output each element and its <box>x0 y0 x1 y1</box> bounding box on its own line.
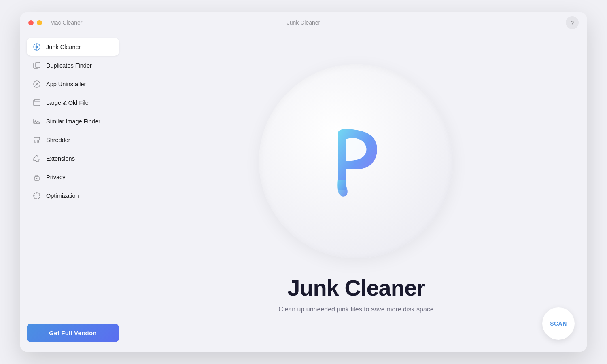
similar-image-finder-icon <box>32 117 41 126</box>
app-name: Mac Cleaner <box>50 19 82 26</box>
sidebar-label-app-uninstaller: App Uninstaller <box>46 81 86 87</box>
svg-rect-10 <box>34 119 40 124</box>
help-button[interactable]: ? <box>566 16 579 29</box>
sidebar-item-app-uninstaller[interactable]: App Uninstaller <box>27 75 119 93</box>
svg-point-9 <box>34 100 35 101</box>
privacy-icon <box>32 173 41 182</box>
sidebar-item-junk-cleaner[interactable]: Junk Cleaner <box>27 38 119 56</box>
sidebar-label-similar-image-finder: Similar Image Finder <box>46 118 100 125</box>
titlebar: Mac Cleaner Junk Cleaner ? <box>20 12 587 33</box>
scan-button[interactable]: SCAN <box>542 307 575 340</box>
main-content: Junk Cleaner Duplicates Finder <box>20 33 587 352</box>
hero-circle <box>259 64 453 258</box>
titlebar-title: Junk Cleaner <box>287 19 320 26</box>
sidebar-item-optimization[interactable]: Optimization <box>27 187 119 205</box>
extensions-icon <box>32 154 41 163</box>
svg-rect-12 <box>34 137 40 140</box>
sidebar-label-extensions: Extensions <box>46 155 75 162</box>
sidebar-label-privacy: Privacy <box>46 174 66 180</box>
sidebar: Junk Cleaner Duplicates Finder <box>20 33 125 352</box>
sidebar-item-shredder[interactable]: Shredder <box>27 131 119 149</box>
large-old-file-icon <box>32 98 41 107</box>
traffic-lights <box>28 20 42 25</box>
svg-rect-3 <box>36 62 40 68</box>
hero-subtitle: Clean up unneeded junk files to save mor… <box>278 306 433 313</box>
logo-container <box>312 117 401 206</box>
sidebar-label-large-old-file: Large & Old File <box>46 99 89 106</box>
sidebar-label-shredder: Shredder <box>46 137 70 143</box>
sidebar-item-privacy[interactable]: Privacy <box>27 168 119 186</box>
sidebar-item-similar-image-finder[interactable]: Similar Image Finder <box>27 112 119 130</box>
sidebar-item-large-old-file[interactable]: Large & Old File <box>27 94 119 112</box>
shredder-icon <box>32 135 41 144</box>
minimize-button[interactable] <box>37 20 42 25</box>
sidebar-label-optimization: Optimization <box>46 193 79 199</box>
junk-cleaner-icon <box>32 42 41 51</box>
duplicates-finder-icon <box>32 61 41 70</box>
sidebar-label-junk-cleaner: Junk Cleaner <box>46 44 81 50</box>
optimization-icon <box>32 191 41 200</box>
svg-point-14 <box>36 178 37 179</box>
sidebar-label-duplicates-finder: Duplicates Finder <box>46 62 92 69</box>
app-window: Mac Cleaner Junk Cleaner ? Junk Cleaner <box>20 12 587 352</box>
get-full-version-button[interactable]: Get Full Version <box>27 324 119 342</box>
content-area: Junk Cleaner Clean up unneeded junk file… <box>125 33 587 352</box>
hero-title: Junk Cleaner <box>287 275 425 301</box>
app-logo <box>316 117 397 206</box>
sidebar-item-duplicates-finder[interactable]: Duplicates Finder <box>27 57 119 74</box>
sidebar-bottom: Get Full Version <box>27 324 119 347</box>
app-uninstaller-icon <box>32 80 41 89</box>
close-button[interactable] <box>28 20 34 25</box>
scan-label: SCAN <box>550 320 567 327</box>
sidebar-item-extensions[interactable]: Extensions <box>27 150 119 167</box>
